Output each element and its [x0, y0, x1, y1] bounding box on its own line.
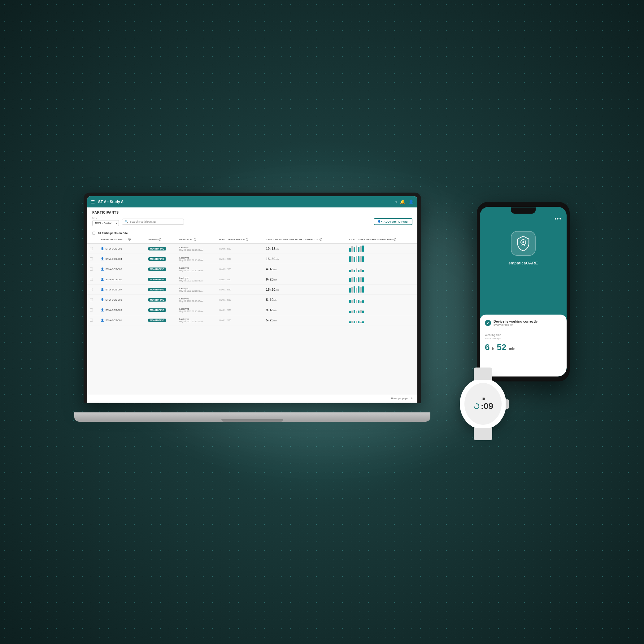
mini-bar: [362, 311, 364, 313]
site-filter-section: SITE BOS • Boston ▾: [92, 217, 119, 226]
mini-bar: [351, 287, 353, 293]
mini-bar: [362, 286, 364, 293]
row-checkbox[interactable]: [90, 278, 93, 281]
mini-bar: [362, 270, 364, 272]
mini-bar: [356, 321, 357, 323]
table-row[interactable]: 👤 ST-A-BOS-004 MONITORING Last sync May …: [87, 254, 417, 264]
sync-info: Last sync: [179, 318, 214, 320]
participant-user-icon: 👤: [101, 247, 104, 250]
row-bars: [347, 305, 417, 315]
table-row[interactable]: 👤 ST-A-BOS-001 MONITORING Last sync May …: [87, 315, 417, 325]
minutes-value: 13: [272, 247, 275, 250]
mini-bar: [358, 277, 359, 282]
select-all-checkbox[interactable]: [92, 232, 95, 235]
dropdown-arrow-icon[interactable]: ▾: [395, 200, 397, 204]
rows-per-page-label: Rows per page:: [391, 397, 409, 400]
row-wearing-time: 15h 20min: [263, 285, 347, 295]
participants-count-row: 20 Participants on Site: [87, 230, 417, 236]
watch-band-bottom: [474, 428, 492, 440]
row-bars: [347, 295, 417, 305]
row-checkbox[interactable]: [90, 247, 93, 250]
participant-id-value: ST-A-BOS-007: [105, 288, 122, 291]
row-bars: [347, 285, 417, 295]
row-checkbox[interactable]: [90, 268, 93, 271]
check-icon: ✓: [485, 320, 491, 326]
mini-bar: [356, 288, 357, 293]
row-checkbox[interactable]: [90, 308, 93, 311]
main-container: ☰ ST A • Study A ▾ 🔔 👤 PARTICIPANTS: [74, 177, 570, 456]
participant-id-value: ST-A-BOS-005: [105, 268, 122, 271]
row-bars: [347, 243, 417, 254]
row-checkbox[interactable]: [90, 319, 93, 322]
table-row[interactable]: 👤 ST-A-BOS-008 MONITORING Last sync May …: [87, 295, 417, 305]
row-period: May 01, 2020: [216, 285, 263, 295]
row-bars: [347, 315, 417, 325]
mini-bar: [354, 299, 355, 303]
mini-bar: [354, 247, 355, 252]
row-period: May 01, 2020: [216, 305, 263, 315]
table-header: PARTICIPANT FULL ID ⓘ STATUS ⓘ DATA SYNC…: [87, 236, 417, 243]
mini-bars: [349, 256, 415, 262]
table-row[interactable]: 👤 ST-A-BOS-006 MONITORING Last sync May …: [87, 274, 417, 285]
sync-info: Last sync: [179, 267, 214, 269]
mini-bar: [362, 321, 364, 323]
wearing-minutes: 52: [497, 342, 506, 352]
table-row[interactable]: 👤 ST-A-BOS-005 MONITORING Last sync May …: [87, 264, 417, 274]
mini-bar: [354, 310, 355, 313]
app-title: ST A • Study A: [98, 200, 392, 204]
participant-id-value: ST-A-BOS-004: [105, 258, 122, 260]
mini-bar: [349, 311, 351, 313]
status-badge: MONITORING: [148, 288, 166, 291]
search-icon: 🔍: [125, 220, 128, 223]
row-checkbox[interactable]: [90, 257, 93, 260]
filters-row: SITE BOS • Boston ▾ 🔍: [92, 217, 412, 226]
row-period: May 04, 2020: [216, 254, 263, 264]
laptop-device: ☰ ST A • Study A ▾ 🔔 👤 PARTICIPANTS: [74, 193, 430, 428]
add-icon: 👤+: [377, 220, 382, 223]
add-participant-button[interactable]: 👤+ ADD PARTICIPANT: [374, 218, 412, 225]
sync-date: May 06, 2022 12:15:43 AM: [179, 280, 214, 282]
row-bars: [347, 274, 417, 285]
mini-bar: [360, 287, 362, 293]
watch-crown: [506, 399, 509, 409]
row-checkbox[interactable]: [90, 288, 93, 291]
row-checkbox[interactable]: [90, 298, 93, 301]
table-row[interactable]: 👤 ST-A-BOS-007 MONITORING Last sync May …: [87, 285, 417, 295]
period-date: May 01, 2020: [219, 299, 261, 301]
mini-bar: [349, 256, 351, 262]
table-row[interactable]: 👤 ST-A-BOS-009 MONITORING Last sync May …: [87, 305, 417, 315]
phone-device: ••• empaticaCARE: [477, 202, 570, 381]
mini-bar: [360, 256, 362, 262]
mini-bars: [349, 266, 415, 272]
phone-outer: ••• empaticaCARE: [477, 202, 570, 381]
sync-date: May 06, 2022 12:15:41 AM: [179, 320, 214, 323]
mini-bar: [351, 256, 353, 262]
user-icon[interactable]: 👤: [408, 199, 414, 204]
sync-info: Last sync: [179, 246, 214, 249]
sync-date: May 06, 2022 12:15:42 AM: [179, 300, 214, 302]
hours-value: 15: [266, 288, 270, 291]
rows-per-page-value: 8: [411, 397, 412, 400]
site-select[interactable]: BOS • Boston: [92, 220, 119, 226]
table-body: 👤 ST-A-BOS-003 MONITORING Last sync May …: [87, 243, 417, 325]
bell-icon[interactable]: 🔔: [400, 199, 405, 204]
row-checkbox-cell: [87, 295, 98, 305]
table-row[interactable]: 👤 ST-A-BOS-003 MONITORING Last sync May …: [87, 243, 417, 254]
mini-bar: [351, 311, 353, 313]
mini-bars: [349, 286, 415, 293]
row-wearing-time: 5h 10min: [263, 295, 347, 305]
phone-screen: ••• empaticaCARE: [480, 207, 567, 376]
hamburger-icon[interactable]: ☰: [91, 199, 95, 204]
mini-bar: [354, 270, 355, 272]
search-input[interactable]: [130, 220, 181, 223]
phone-menu-dots[interactable]: •••: [555, 216, 562, 222]
participant-user-icon: 👤: [101, 268, 104, 271]
laptop-screen-outer: ☰ ST A • Study A ▾ 🔔 👤 PARTICIPANTS: [84, 193, 421, 403]
row-status: MONITORING: [146, 243, 177, 254]
mini-bar: [356, 311, 357, 313]
col-status: STATUS ⓘ: [146, 236, 177, 243]
app-content: PARTICIPANTS SITE BOS • Boston ▾: [87, 207, 417, 403]
wearing-time-cell: 10h 13min: [266, 247, 344, 250]
minutes-value: 10: [270, 298, 273, 302]
mini-bar: [354, 321, 355, 323]
